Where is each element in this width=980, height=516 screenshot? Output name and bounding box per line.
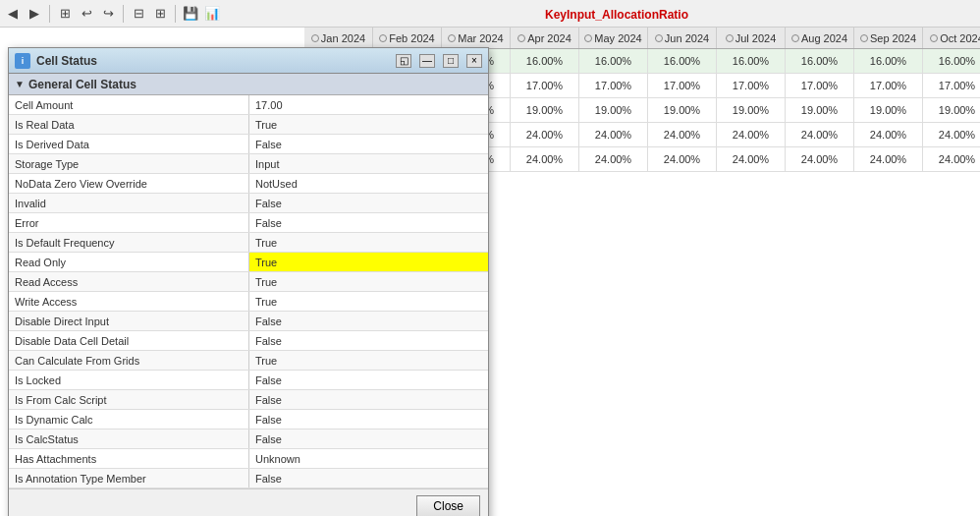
cell-r4c4[interactable]: 24.00% [511, 123, 579, 146]
prop-name-16: Is Dynamic Calc [9, 410, 249, 429]
prop-value-9: True [249, 272, 488, 291]
col-header-oct: Oct 2024 [923, 28, 980, 48]
col-header-apr: Apr 2024 [511, 28, 579, 48]
dialog-close-x-button[interactable]: × [466, 54, 482, 68]
col-circle-sep [860, 34, 868, 42]
prop-name-5: Invalid [9, 194, 249, 212]
key-input-label: KeyInput_AllocationRatio [545, 8, 688, 22]
col-header-jan: Jan 2024 [304, 28, 373, 48]
section-header: ▼ General Cell Status [9, 74, 488, 95]
cell-status-dialog: i Cell Status ◱ — □ × ▼ General Cell Sta… [8, 47, 489, 516]
prop-row: Is From Calc ScriptFalse [9, 390, 488, 410]
cell-r4c6[interactable]: 24.00% [648, 123, 717, 146]
prop-row: Is Annotation Type MemberFalse [9, 469, 488, 488]
cell-r3c6[interactable]: 19.00% [648, 98, 717, 122]
cell-r2c10[interactable]: 17.00% [923, 74, 980, 97]
section-toggle-icon[interactable]: ▼ [15, 79, 25, 89]
save-icon[interactable]: 💾 [182, 5, 199, 23]
col-circle-jul [726, 34, 734, 42]
cell-r5c6[interactable]: 24.00% [648, 147, 717, 171]
plus-icon[interactable]: ⊞ [151, 5, 169, 23]
column-headers: Jan 2024 Feb 2024 Mar 2024 Apr 2024 May … [304, 28, 980, 49]
cell-r3c8[interactable]: 19.00% [786, 98, 854, 122]
prop-row: Storage TypeInput [9, 154, 488, 174]
cell-r5c8[interactable]: 24.00% [786, 147, 854, 171]
cell-r4c5[interactable]: 24.00% [579, 123, 648, 146]
cell-r1c7[interactable]: 16.00% [717, 49, 786, 73]
minus-icon[interactable]: ⊟ [130, 5, 147, 23]
prop-value-0: 17.00 [249, 95, 488, 114]
col-circle-jan [311, 34, 319, 42]
prop-row: NoData Zero View OverrideNotUsed [9, 174, 488, 194]
col-circle-mar [448, 34, 456, 42]
cell-r1c4[interactable]: 16.00% [511, 49, 579, 73]
cell-r2c8[interactable]: 17.00% [786, 74, 854, 97]
cell-r2c7[interactable]: 17.00% [717, 74, 786, 97]
prop-name-9: Read Access [9, 272, 249, 291]
cell-r5c9[interactable]: 24.00% [854, 147, 923, 171]
col-header-jun: Jun 2024 [648, 28, 717, 48]
dialog-restore-button[interactable]: ◱ [396, 54, 411, 68]
toolbar-sep-3 [175, 5, 176, 23]
cell-r4c8[interactable]: 24.00% [786, 123, 854, 146]
prop-name-13: Can Calculate From Grids [9, 351, 249, 370]
cell-r1c8[interactable]: 16.00% [786, 49, 854, 73]
prop-name-4: NoData Zero View Override [9, 174, 249, 193]
forward-icon[interactable]: ▶ [26, 5, 43, 23]
cell-r5c10[interactable]: 24.00% [923, 147, 980, 171]
cell-r2c6[interactable]: 17.00% [648, 74, 717, 97]
prop-row: Disable Direct InputFalse [9, 312, 488, 331]
cell-r4c7[interactable]: 24.00% [717, 123, 786, 146]
cell-r3c9[interactable]: 19.00% [854, 98, 923, 122]
col-circle-aug [791, 34, 799, 42]
cell-r5c7[interactable]: 24.00% [717, 147, 786, 171]
cell-r2c4[interactable]: 17.00% [511, 74, 579, 97]
prop-value-16: False [249, 410, 488, 429]
undo-icon[interactable]: ↩ [78, 5, 95, 23]
prop-name-6: Error [9, 213, 249, 232]
cell-r4c10[interactable]: 24.00% [923, 123, 980, 146]
col-header-sep: Sep 2024 [854, 28, 923, 48]
prop-value-7: True [249, 233, 488, 252]
prop-value-4: NotUsed [249, 174, 488, 193]
prop-name-14: Is Locked [9, 371, 249, 389]
prop-value-19: False [249, 469, 488, 487]
close-button[interactable]: Close [416, 495, 480, 516]
cell-r1c6[interactable]: 16.00% [648, 49, 717, 73]
cell-r1c9[interactable]: 16.00% [854, 49, 923, 73]
prop-name-11: Disable Direct Input [9, 312, 249, 330]
chart-icon[interactable]: 📊 [203, 5, 221, 23]
cell-r1c5[interactable]: 16.00% [579, 49, 648, 73]
prop-value-11: False [249, 312, 488, 330]
prop-value-13: True [249, 351, 488, 370]
cell-r1c10[interactable]: 16.00% [923, 49, 980, 73]
prop-value-2: False [249, 135, 488, 153]
redo-icon[interactable]: ↪ [99, 5, 117, 23]
prop-value-17: False [249, 430, 488, 448]
prop-value-1: True [249, 115, 488, 134]
prop-row: ErrorFalse [9, 213, 488, 233]
col-header-jul: Jul 2024 [717, 28, 786, 48]
col-circle-apr [517, 34, 525, 42]
cell-r3c7[interactable]: 19.00% [717, 98, 786, 122]
cell-r5c5[interactable]: 24.00% [579, 147, 648, 171]
cell-r2c5[interactable]: 17.00% [579, 74, 648, 97]
prop-value-14: False [249, 371, 488, 389]
dialog-minimize-button[interactable]: — [419, 54, 435, 68]
cell-r3c5[interactable]: 19.00% [579, 98, 648, 122]
prop-row: Can Calculate From GridsTrue [9, 351, 488, 371]
toolbar-sep-2 [123, 5, 124, 23]
prop-row: Has AttachmentsUnknown [9, 449, 488, 469]
cell-r2c9[interactable]: 17.00% [854, 74, 923, 97]
back-icon[interactable]: ◀ [4, 5, 22, 23]
grid-icon[interactable]: ⊞ [56, 5, 74, 23]
dialog-footer: Close [9, 488, 488, 516]
col-circle-jun [655, 34, 663, 42]
properties-scroll-area[interactable]: Cell Amount17.00Is Real DataTrueIs Deriv… [9, 95, 488, 488]
cell-r3c4[interactable]: 19.00% [511, 98, 579, 122]
cell-r4c9[interactable]: 24.00% [854, 123, 923, 146]
cell-r3c10[interactable]: 19.00% [923, 98, 980, 122]
prop-name-1: Is Real Data [9, 115, 249, 134]
cell-r5c4[interactable]: 24.00% [511, 147, 579, 171]
dialog-maximize-button[interactable]: □ [443, 54, 459, 68]
